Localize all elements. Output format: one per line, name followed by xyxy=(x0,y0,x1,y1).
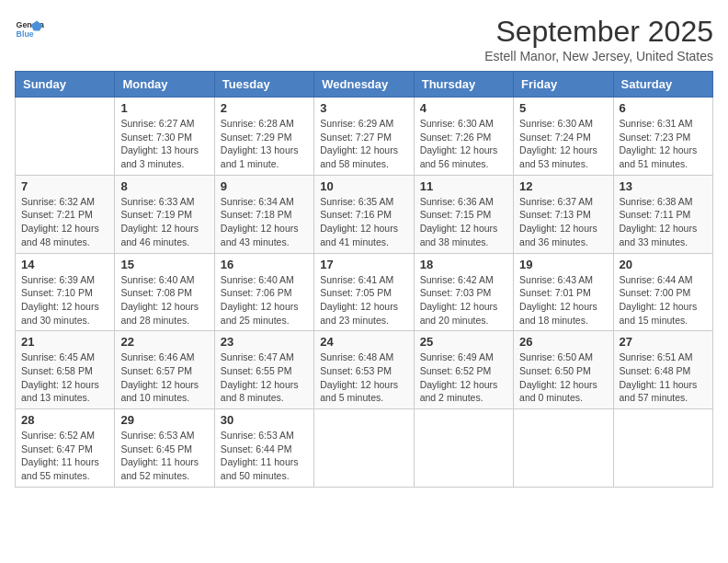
day-number: 4 xyxy=(420,101,507,115)
day-info: Sunrise: 6:30 AM Sunset: 7:26 PM Dayligh… xyxy=(420,117,507,171)
day-info: Sunrise: 6:50 AM Sunset: 6:50 PM Dayligh… xyxy=(519,350,607,405)
day-info: Sunrise: 6:34 AM Sunset: 7:18 PM Dayligh… xyxy=(221,195,308,249)
day-number: 28 xyxy=(21,413,108,427)
column-header-saturday: Saturday xyxy=(613,72,712,98)
calendar-cell xyxy=(613,409,712,488)
day-number: 13 xyxy=(620,179,707,193)
calendar-cell: 4Sunrise: 6:30 AM Sunset: 7:26 PM Daylig… xyxy=(414,98,513,176)
calendar-cell: 12Sunrise: 6:37 AM Sunset: 7:13 PM Dayli… xyxy=(514,175,613,253)
calendar-cell: 11Sunrise: 6:36 AM Sunset: 7:15 PM Dayli… xyxy=(414,175,513,253)
day-info: Sunrise: 6:42 AM Sunset: 7:03 PM Dayligh… xyxy=(420,273,507,327)
day-info: Sunrise: 6:27 AM Sunset: 7:30 PM Dayligh… xyxy=(120,117,208,171)
day-number: 12 xyxy=(519,179,607,193)
calendar-cell xyxy=(514,409,613,488)
column-header-sunday: Sunday xyxy=(16,72,115,98)
day-info: Sunrise: 6:39 AM Sunset: 7:10 PM Dayligh… xyxy=(21,273,108,327)
column-header-wednesday: Wednesday xyxy=(314,72,414,98)
day-number: 3 xyxy=(320,101,407,115)
day-info: Sunrise: 6:46 AM Sunset: 6:57 PM Dayligh… xyxy=(120,350,208,405)
day-info: Sunrise: 6:29 AM Sunset: 7:27 PM Dayligh… xyxy=(320,117,407,171)
column-header-friday: Friday xyxy=(514,72,613,98)
month-title: September 2025 xyxy=(484,15,713,49)
calendar-cell: 8Sunrise: 6:33 AM Sunset: 7:19 PM Daylig… xyxy=(115,175,214,253)
day-info: Sunrise: 6:38 AM Sunset: 7:11 PM Dayligh… xyxy=(620,195,707,249)
day-info: Sunrise: 6:43 AM Sunset: 7:01 PM Dayligh… xyxy=(519,273,607,327)
calendar-cell: 13Sunrise: 6:38 AM Sunset: 7:11 PM Dayli… xyxy=(613,175,712,253)
calendar-cell: 15Sunrise: 6:40 AM Sunset: 7:08 PM Dayli… xyxy=(115,253,214,331)
day-number: 7 xyxy=(21,179,108,193)
day-info: Sunrise: 6:49 AM Sunset: 6:52 PM Dayligh… xyxy=(420,350,507,405)
day-number: 21 xyxy=(21,335,108,349)
day-info: Sunrise: 6:40 AM Sunset: 7:08 PM Dayligh… xyxy=(120,273,208,327)
day-info: Sunrise: 6:53 AM Sunset: 6:44 PM Dayligh… xyxy=(221,429,308,483)
calendar-table: SundayMondayTuesdayWednesdayThursdayFrid… xyxy=(15,71,713,488)
day-number: 18 xyxy=(420,258,507,271)
logo-icon: General Blue xyxy=(15,15,44,44)
calendar-cell: 17Sunrise: 6:41 AM Sunset: 7:05 PM Dayli… xyxy=(314,253,414,331)
day-info: Sunrise: 6:37 AM Sunset: 7:13 PM Dayligh… xyxy=(519,195,607,249)
calendar-header: SundayMondayTuesdayWednesdayThursdayFrid… xyxy=(16,72,713,98)
week-row-4: 21Sunrise: 6:45 AM Sunset: 6:58 PM Dayli… xyxy=(16,331,713,409)
column-header-thursday: Thursday xyxy=(414,72,513,98)
day-number: 20 xyxy=(620,258,707,271)
svg-text:Blue: Blue xyxy=(17,29,34,39)
day-number: 17 xyxy=(320,258,407,271)
day-number: 29 xyxy=(120,413,208,427)
day-number: 1 xyxy=(120,101,208,115)
calendar-cell: 9Sunrise: 6:34 AM Sunset: 7:18 PM Daylig… xyxy=(214,175,313,253)
calendar-cell: 28Sunrise: 6:52 AM Sunset: 6:47 PM Dayli… xyxy=(16,409,115,488)
day-number: 23 xyxy=(221,335,308,349)
calendar-cell: 10Sunrise: 6:35 AM Sunset: 7:16 PM Dayli… xyxy=(314,175,414,253)
day-info: Sunrise: 6:45 AM Sunset: 6:58 PM Dayligh… xyxy=(21,350,108,405)
calendar-cell: 18Sunrise: 6:42 AM Sunset: 7:03 PM Dayli… xyxy=(414,253,513,331)
day-info: Sunrise: 6:44 AM Sunset: 7:00 PM Dayligh… xyxy=(620,273,707,327)
logo: General Blue xyxy=(15,15,44,44)
title-area: September 2025 Estell Manor, New Jersey,… xyxy=(484,15,713,63)
calendar-cell: 24Sunrise: 6:48 AM Sunset: 6:53 PM Dayli… xyxy=(314,331,414,409)
calendar-cell: 3Sunrise: 6:29 AM Sunset: 7:27 PM Daylig… xyxy=(314,98,414,176)
day-info: Sunrise: 6:40 AM Sunset: 7:06 PM Dayligh… xyxy=(221,273,308,327)
day-number: 19 xyxy=(519,258,607,271)
week-row-5: 28Sunrise: 6:52 AM Sunset: 6:47 PM Dayli… xyxy=(16,409,713,488)
calendar-cell xyxy=(314,409,414,488)
calendar-cell: 20Sunrise: 6:44 AM Sunset: 7:00 PM Dayli… xyxy=(613,253,712,331)
calendar-cell: 7Sunrise: 6:32 AM Sunset: 7:21 PM Daylig… xyxy=(16,175,115,253)
calendar-cell: 23Sunrise: 6:47 AM Sunset: 6:55 PM Dayli… xyxy=(214,331,313,409)
day-number: 10 xyxy=(320,179,407,193)
day-info: Sunrise: 6:30 AM Sunset: 7:24 PM Dayligh… xyxy=(519,117,607,171)
day-info: Sunrise: 6:47 AM Sunset: 6:55 PM Dayligh… xyxy=(221,350,308,405)
day-info: Sunrise: 6:36 AM Sunset: 7:15 PM Dayligh… xyxy=(420,195,507,249)
week-row-1: 1Sunrise: 6:27 AM Sunset: 7:30 PM Daylig… xyxy=(16,98,713,176)
day-number: 30 xyxy=(221,413,308,427)
calendar-cell: 29Sunrise: 6:53 AM Sunset: 6:45 PM Dayli… xyxy=(115,409,214,488)
calendar-cell: 19Sunrise: 6:43 AM Sunset: 7:01 PM Dayli… xyxy=(514,253,613,331)
day-number: 25 xyxy=(420,335,507,349)
day-info: Sunrise: 6:28 AM Sunset: 7:29 PM Dayligh… xyxy=(221,117,308,171)
calendar-cell: 21Sunrise: 6:45 AM Sunset: 6:58 PM Dayli… xyxy=(16,331,115,409)
calendar-cell: 6Sunrise: 6:31 AM Sunset: 7:23 PM Daylig… xyxy=(613,98,712,176)
calendar-cell: 26Sunrise: 6:50 AM Sunset: 6:50 PM Dayli… xyxy=(514,331,613,409)
day-number: 11 xyxy=(420,179,507,193)
calendar-cell: 5Sunrise: 6:30 AM Sunset: 7:24 PM Daylig… xyxy=(514,98,613,176)
day-info: Sunrise: 6:52 AM Sunset: 6:47 PM Dayligh… xyxy=(21,429,108,483)
day-info: Sunrise: 6:33 AM Sunset: 7:19 PM Dayligh… xyxy=(120,195,208,249)
calendar-body: 1Sunrise: 6:27 AM Sunset: 7:30 PM Daylig… xyxy=(16,98,713,488)
calendar-cell xyxy=(414,409,513,488)
day-number: 14 xyxy=(21,258,108,271)
calendar-cell: 2Sunrise: 6:28 AM Sunset: 7:29 PM Daylig… xyxy=(214,98,313,176)
week-row-2: 7Sunrise: 6:32 AM Sunset: 7:21 PM Daylig… xyxy=(16,175,713,253)
header-row: SundayMondayTuesdayWednesdayThursdayFrid… xyxy=(16,72,713,98)
day-info: Sunrise: 6:35 AM Sunset: 7:16 PM Dayligh… xyxy=(320,195,407,249)
day-info: Sunrise: 6:32 AM Sunset: 7:21 PM Dayligh… xyxy=(21,195,108,249)
day-number: 15 xyxy=(120,258,208,271)
day-info: Sunrise: 6:51 AM Sunset: 6:48 PM Dayligh… xyxy=(620,350,707,405)
calendar-cell xyxy=(16,98,115,176)
day-number: 5 xyxy=(519,101,607,115)
column-header-tuesday: Tuesday xyxy=(214,72,313,98)
day-number: 22 xyxy=(120,335,208,349)
location-subtitle: Estell Manor, New Jersey, United States xyxy=(484,49,713,63)
day-number: 8 xyxy=(120,179,208,193)
day-number: 26 xyxy=(519,335,607,349)
day-info: Sunrise: 6:41 AM Sunset: 7:05 PM Dayligh… xyxy=(320,273,407,327)
calendar-cell: 1Sunrise: 6:27 AM Sunset: 7:30 PM Daylig… xyxy=(115,98,214,176)
